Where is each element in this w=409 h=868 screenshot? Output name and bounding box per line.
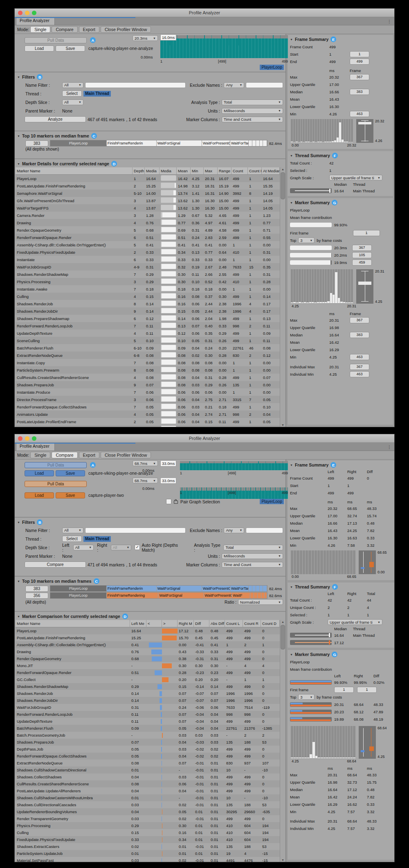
table-row[interactable]: Drawing4 0.76 0.770.36 4.974.61 4991 0.7… [16,219,280,226]
tab-profile-analyzer[interactable]: Profile Analyzer [16,443,55,451]
collapse-triangle-icon[interactable]: ▼ [290,154,293,157]
table-row[interactable]: PostLateUpdate.ProfilerEndFrame2 0.05 0.… [16,418,280,425]
save-button[interactable]: Save [56,45,85,52]
table-row[interactable]: PostLateUpdate.FinishFrameRendering15.25… [16,634,280,641]
marker-segment[interactable]: PlayerLoop [50,140,107,146]
graph-scale-dropdown[interactable]: Upper quartile of frame ti▼ [328,619,382,625]
frame-jump-button[interactable]: 1 [350,51,369,57]
table-row[interactable]: Camera.Render3 1.28 1.290.67 5.324.65 49… [16,212,280,219]
table-row[interactable]: Mono.JIT- 0.300.30 0.30- 44 [16,662,280,669]
marker-segment[interactable] [254,593,258,598]
save-right-button[interactable]: Save [56,492,85,498]
table-row[interactable]: Assembly-CSharp.dll!::Collectable.OnTrig… [16,641,280,648]
table-row[interactable]: PlayerLoop16.64 17.120.48 0.48499 4990 [16,627,280,634]
close-profiler-window-button[interactable]: Close Profiler Window [101,452,151,458]
table-row[interactable]: Shadows.PrepareJob9 0.07 0.080.03 0.290.… [16,381,280,388]
collapse-triangle-icon[interactable]: ▼ [17,135,20,138]
table-row[interactable]: FixedUpdate.PhysicsFixedUpdate2 0.33 0.3… [16,248,280,256]
marker-segment[interactable] [263,586,267,591]
table-row[interactable]: WaitForTargetFPS4 13.87 13.621.30 16.301… [16,204,280,212]
frame-time-chart-left[interactable] [180,461,288,470]
details-scrollbar[interactable]: ▲▼ [280,167,285,427]
context-menu-icon[interactable]: ⋮ [387,19,391,24]
median-frame-button[interactable]: 383 [25,586,48,592]
marker-columns-dropdown[interactable]: Time and Count▼ [222,562,283,568]
marker-columns-dropdown[interactable]: Time and Count▼ [222,117,283,122]
top10-marker-bar[interactable]: PlayerLoopFinishFrameRenderingWaitForSig… [50,592,267,599]
collapse-triangle-icon[interactable]: ▼ [290,586,293,588]
table-row[interactable]: RenderForwardOpaque.CollectShadows7 0.05… [16,403,280,410]
table-row[interactable]: BatchRenderer.Flush6-10 0.09 0.090.04 0.… [16,344,280,352]
table-row[interactable]: UpdateRendererBoundingVolumes0.04 0.050.… [16,808,280,815]
marker-segment[interactable]: WaitForPresentOn [204,593,232,598]
marker-segment[interactable] [256,586,260,591]
table-row[interactable]: Drawing0.76 0.43-0.33 0.33499 4990 [16,648,280,655]
analysis-type-dropdown[interactable]: Total▼ [223,545,283,550]
units-dropdown[interactable]: Milliseconds▼ [222,553,283,559]
comparison-table-header[interactable]: Marker NameLeft Me <> Right MDiff Abs Di… [16,620,280,627]
title-bar[interactable]: Profile Analyzer [15,9,394,17]
mode-compare-button[interactable]: Compare [52,452,77,458]
frame-jump-button[interactable]: 459 [352,259,372,266]
top10-marker-bar[interactable]: PlayerLoopFinishFrameRenderinWaitForSign… [50,585,267,592]
table-row[interactable]: Instantiate6 0.33 0.330.33 0.330.00 11 0… [16,256,280,263]
marker-segment[interactable] [261,593,265,598]
table-row[interactable]: Shadows.RenderJobDir0.14 0.07-0.07 0.071… [16,697,280,704]
table-row[interactable]: Culling4 0.15 0.160.08 0.370.30 4991 0.1… [16,293,280,300]
marker-segment[interactable]: WaitForSignal [158,593,204,598]
table-row[interactable]: Shadows.RenderJob0.14 0.07-0.07 0.071996… [16,690,280,697]
marker-segment[interactable] [260,586,263,591]
frame-jump-button[interactable]: 367 [350,317,369,323]
collapse-triangle-icon[interactable]: ▼ [17,76,20,79]
table-row[interactable]: Animators.Update4 0.05 0.060.04 2.742.71… [16,410,280,418]
marker-segment[interactable]: WaitForSignal [157,586,202,591]
exclude-names-dropdown[interactable]: Any▼ [224,528,244,533]
marker-segment[interactable] [265,593,267,598]
table-row[interactable]: RenderForwardOpaque.CollectShadows0.05 0… [16,753,280,760]
range-dropdown[interactable]: 20.3ms▼ [133,35,158,41]
scrollbar-thumb[interactable] [281,172,285,199]
collapse-triangle-icon[interactable]: ▼ [290,653,293,656]
table-row[interactable]: Shadows.ExtractCasters0.02 0.01-0.01 0.0… [16,843,280,850]
table-row[interactable]: RenderForward.RenderLoopJob7 0.11 0.130.… [16,322,280,329]
mode-compare-button[interactable]: Compare [52,26,77,33]
marker-segment[interactable] [263,140,267,146]
frame-jump-button[interactable]: 367 [350,364,369,370]
frame-jump-button[interactable]: 499 [350,59,369,65]
table-row[interactable]: PlayerLoop1 16.64 16.424.25 20.3116.07 4… [16,175,280,182]
table-row[interactable]: Shadows.CullDirectionalCascades0.03 0.02… [16,801,280,808]
exclude-names-input[interactable] [246,82,283,88]
table-row[interactable]: RenderForwardOpaque.Render6 0.51 0.510.2… [16,234,280,241]
table-row[interactable]: RenderForwardOpaque.Render0.51 0.28-0.23… [16,669,280,676]
table-row[interactable]: BatchRenderer.Flush0.09 0.05-0.04 0.0422… [16,725,280,732]
load-button[interactable]: Load [25,45,54,52]
table-row[interactable]: PostLateUpdate.UpdateAllRenderers0.04 0.… [16,787,280,794]
marker-segment[interactable] [258,593,261,598]
table-row[interactable]: Instantiate.Awake7 0.18 0.180.18 0.180.0… [16,285,280,293]
median-frame-button[interactable]: 356 [25,593,48,599]
name-filter-dropdown[interactable]: All▼ [62,528,83,533]
table-row[interactable]: Director.ProcessFrame3 0.06 0.060.04 2.7… [16,396,280,403]
top10-marker-bar[interactable]: PlayerLoopFinishFrameRenderinWaitForSign… [50,140,267,147]
export-button[interactable]: Export [79,452,99,458]
table-row[interactable]: ParticleSystem.Prewarm8 0.08 0.080.08 0.… [16,366,280,374]
table-row[interactable]: UpdateDepthTexture4 0.11 0.120.06 0.350.… [16,329,280,337]
table-row[interactable]: Render.TransparentGeometry0.03 0.02-0.01… [16,815,280,822]
close-window-icon[interactable] [18,436,22,441]
frame-jump-button[interactable]: 367 [352,245,372,251]
marker-segment[interactable]: WaitForPresentOnG [202,140,230,146]
selected-marker-tag[interactable]: PlayerLoop [260,499,284,504]
table-row[interactable]: DepthPass.Job0.05 0.03-0.02 0.02499 4990 [16,746,280,753]
mode-single-button[interactable]: Single [30,26,50,33]
name-filter-input[interactable] [85,528,186,533]
analyze-button[interactable]: Analyze [25,116,86,122]
table-row[interactable]: Physics.Processing3 0.29 0.300.10 0.520.… [16,278,280,285]
marker-segment[interactable] [249,586,252,591]
frame-jump-button[interactable]: 383 [350,332,369,338]
table-row[interactable]: Gfx.WaitForPresentOnGfxThread3 13.87 13.… [16,197,280,204]
table-row[interactable]: Shadows.CollectShadows0.04 0.03-0.01 0.0… [16,773,280,780]
thread-chip[interactable]: Main Thread [83,536,111,542]
marker-segment[interactable]: FinishFrameRenderin [107,140,157,146]
table-row[interactable]: WaitForJobGroupID4-9 0.31 0.320.19 2.672… [16,263,280,271]
context-menu-icon[interactable]: ⋮ [387,445,391,449]
